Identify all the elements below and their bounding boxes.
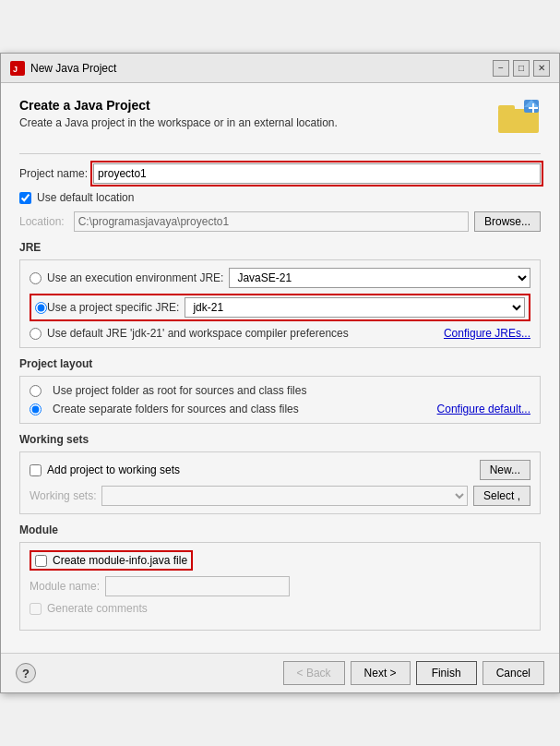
- add-to-working-sets-checkbox[interactable]: [30, 464, 42, 476]
- working-sets-section: Add project to working sets New... Worki…: [19, 451, 541, 514]
- dialog: J New Java Project − □ ✕ Create a Java P…: [0, 53, 560, 693]
- default-location-label: Use default location: [37, 191, 134, 204]
- cancel-button[interactable]: Cancel: [483, 661, 544, 685]
- java-icon: J: [10, 61, 25, 76]
- module-section-label: Module: [19, 523, 541, 536]
- working-sets-field-label: Working sets:: [30, 489, 96, 502]
- title-bar: J New Java Project − □ ✕: [1, 54, 559, 83]
- generate-comments-label: Generate comments: [47, 602, 148, 615]
- svg-text:J: J: [13, 65, 18, 74]
- title-bar-controls: − □ ✕: [493, 60, 550, 77]
- default-location-checkbox[interactable]: [19, 192, 31, 204]
- header-area: Create a Java Project Create a Java proj…: [19, 98, 541, 144]
- layout-separate-folders-radio[interactable]: [30, 403, 42, 415]
- create-module-info-checkbox[interactable]: [35, 555, 47, 567]
- jre-section: Use an execution environment JRE: JavaSE…: [19, 259, 541, 348]
- working-sets-label: Working sets: [19, 433, 541, 446]
- page-subtitle: Create a Java project in the workspace o…: [19, 116, 487, 129]
- jre-specific-radio[interactable]: [35, 302, 47, 314]
- location-row: Location: Browse...: [19, 211, 541, 232]
- jre-option2-row: Use a project specific JRE: jdk-21: [30, 294, 530, 321]
- jre-option3-row: Use default JRE 'jdk-21' and workspace c…: [30, 327, 530, 340]
- jre-execution-select[interactable]: JavaSE-21: [229, 268, 530, 288]
- working-sets-dropdown[interactable]: [101, 486, 468, 506]
- location-input[interactable]: [74, 211, 469, 232]
- browse-button[interactable]: Browse...: [474, 211, 541, 232]
- generate-comments-row: Generate comments: [30, 602, 530, 615]
- working-sets-input-row: Working sets: Select ,: [30, 486, 530, 506]
- layout-option1-label: Use project folder as root for sources a…: [53, 384, 306, 397]
- module-name-input[interactable]: [105, 576, 290, 596]
- jre-default-radio[interactable]: [30, 328, 42, 340]
- working-sets-new-button[interactable]: New...: [480, 460, 530, 480]
- project-layout-label: Project layout: [19, 357, 541, 370]
- layout-option1-row: Use project folder as root for sources a…: [30, 384, 530, 397]
- layout-option2-label: Create separate folders for sources and …: [53, 403, 299, 415]
- project-name-row: Project name:: [19, 163, 541, 184]
- footer-buttons: < Back Next > Finish Cancel: [283, 661, 544, 685]
- svg-rect-3: [498, 105, 515, 111]
- title-bar-title: New Java Project: [30, 62, 116, 75]
- layout-project-folder-radio[interactable]: [30, 385, 42, 397]
- back-button[interactable]: < Back: [283, 661, 345, 685]
- create-module-info-label: Create module-info.java file: [53, 554, 187, 567]
- title-bar-left: J New Java Project: [10, 61, 116, 76]
- jre-option2-label: Use a project specific JRE:: [47, 301, 179, 314]
- jre-execution-radio[interactable]: [30, 272, 42, 284]
- minimize-button[interactable]: −: [493, 60, 509, 77]
- close-button[interactable]: ✕: [533, 60, 550, 77]
- finish-button[interactable]: Finish: [416, 661, 477, 685]
- content-area: Create a Java Project Create a Java proj…: [1, 83, 559, 653]
- footer-left: ?: [16, 663, 36, 683]
- maximize-button[interactable]: □: [513, 60, 530, 77]
- project-name-input[interactable]: [93, 163, 541, 184]
- next-button[interactable]: Next >: [351, 661, 411, 685]
- create-module-info-row: Create module-info.java file: [30, 550, 193, 571]
- header-text: Create a Java Project Create a Java proj…: [19, 98, 487, 144]
- working-sets-select-button[interactable]: Select ,: [473, 486, 530, 506]
- project-name-label: Project name:: [19, 167, 88, 180]
- folder-icon: [496, 98, 541, 135]
- location-label: Location:: [19, 215, 65, 228]
- module-name-row: Module name:: [30, 576, 530, 596]
- help-button[interactable]: ?: [16, 663, 36, 683]
- jre-section-label: JRE: [19, 241, 541, 254]
- jre-specific-select[interactable]: jdk-21: [185, 297, 525, 318]
- module-name-label: Module name:: [30, 580, 100, 593]
- project-layout-section: Use project folder as root for sources a…: [19, 376, 541, 424]
- header-divider: [19, 153, 541, 154]
- working-sets-add-row: Add project to working sets New...: [30, 460, 530, 480]
- layout-option2-row: Create separate folders for sources and …: [30, 403, 299, 415]
- page-title: Create a Java Project: [19, 98, 487, 113]
- footer: ? < Back Next > Finish Cancel: [1, 653, 559, 692]
- jre-option3-label: Use default JRE 'jdk-21' and workspace c…: [47, 327, 349, 340]
- jre-option1-row: Use an execution environment JRE: JavaSE…: [30, 268, 530, 288]
- module-section: Create module-info.java file Module name…: [19, 542, 541, 631]
- configure-jres-link[interactable]: Configure JREs...: [444, 327, 530, 340]
- default-location-checkbox-row: Use default location: [19, 191, 541, 204]
- add-to-working-sets-label: Add project to working sets: [47, 463, 180, 476]
- generate-comments-checkbox[interactable]: [30, 603, 42, 615]
- configure-default-link[interactable]: Configure default...: [437, 403, 530, 415]
- jre-option1-label: Use an execution environment JRE:: [47, 271, 223, 284]
